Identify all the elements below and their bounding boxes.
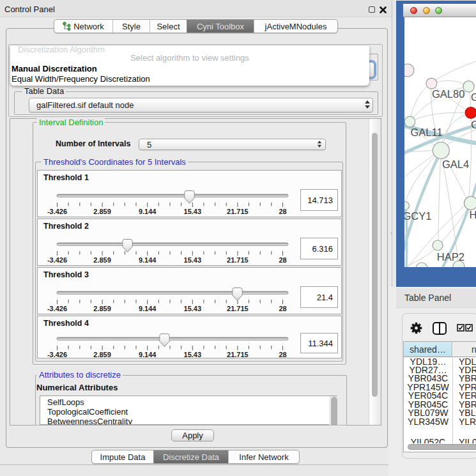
svg-text:GAL80: GAL80	[432, 88, 464, 100]
svg-text:9.144: 9.144	[139, 305, 157, 312]
svg-text:28: 28	[279, 351, 286, 358]
svg-text:9.144: 9.144	[139, 351, 157, 358]
svg-text:21.715: 21.715	[227, 208, 249, 215]
svg-text:-3.426: -3.426	[47, 351, 67, 358]
svg-text:-3.426: -3.426	[47, 256, 67, 264]
svg-text:28: 28	[279, 256, 286, 264]
svg-text:GA: GA	[471, 91, 476, 103]
svg-text:GAL4: GAL4	[442, 158, 469, 170]
svg-text:2.859: 2.859	[93, 256, 111, 264]
svg-text:15.43: 15.43	[184, 256, 202, 264]
svg-text:C: C	[471, 119, 476, 130]
svg-text:GCY1: GCY1	[404, 210, 431, 222]
svg-text:HAP2: HAP2	[437, 251, 464, 263]
svg-text:2.859: 2.859	[93, 351, 111, 358]
svg-text:GAL11: GAL11	[411, 127, 443, 138]
svg-text:9.144: 9.144	[139, 256, 157, 264]
svg-text:21.715: 21.715	[227, 351, 249, 358]
svg-text:21.715: 21.715	[227, 256, 249, 264]
svg-text:-3.426: -3.426	[47, 305, 67, 312]
svg-text:15.43: 15.43	[184, 305, 202, 312]
svg-text:21.715: 21.715	[227, 305, 249, 312]
svg-text:-3.426: -3.426	[47, 208, 67, 215]
svg-text:28: 28	[279, 305, 286, 312]
svg-text:2.859: 2.859	[93, 305, 111, 312]
svg-text:15.43: 15.43	[184, 208, 202, 215]
svg-text:9.144: 9.144	[139, 208, 157, 215]
svg-text:2.859: 2.859	[93, 208, 111, 215]
svg-text:28: 28	[279, 208, 286, 215]
svg-text:15.43: 15.43	[184, 351, 202, 358]
svg-text:H: H	[470, 209, 476, 220]
